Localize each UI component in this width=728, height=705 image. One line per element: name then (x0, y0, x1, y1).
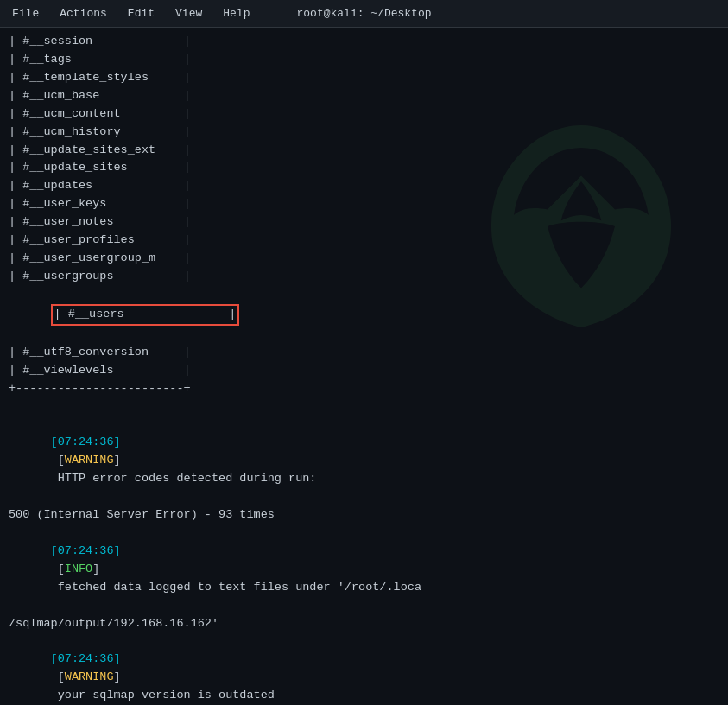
table-line: | #__tags | (9, 51, 719, 69)
table-line: | #__template_styles | (9, 69, 719, 87)
table-line: | #__session | (9, 33, 719, 51)
menu-edit[interactable]: Edit (124, 5, 158, 22)
table-footer: | #__utf8_conversion || #__viewlevels |+… (9, 344, 719, 398)
warning-line-2: [07:24:36] [WARNING] your sqlmap version… (9, 632, 719, 705)
table-line: | #__ucm_base | (9, 87, 719, 105)
window-title: root@kali: ~/Desktop (296, 7, 431, 20)
table-line: +------------------------+ (9, 380, 719, 398)
menu-help[interactable]: Help (219, 5, 253, 22)
title-bar: File Actions Edit View Help root@kali: ~… (0, 0, 728, 28)
table-line: | #__utf8_conversion | (9, 344, 719, 362)
terminal-window: File Actions Edit View Help root@kali: ~… (0, 0, 728, 705)
terminal-body[interactable]: | #__session || #__tags || #__template_s… (0, 28, 728, 705)
menu-file[interactable]: File (9, 5, 42, 22)
error-count-line: 500 (Internal Server Error) - 93 times (9, 506, 719, 524)
kali-logo-watermark (469, 114, 693, 339)
info-path-line: /sqlmap/output/192.168.16.162' (9, 615, 719, 633)
info-line: [07:24:36] [INFO] fetched data logged to… (9, 524, 719, 615)
menu-actions[interactable]: Actions (56, 5, 111, 22)
warning-line-1: [07:24:36] [WARNING] HTTP error codes de… (9, 416, 719, 506)
users-table-highlight: | #__users | (51, 304, 240, 326)
menu-view[interactable]: View (172, 5, 206, 22)
table-line: | #__viewlevels | (9, 362, 719, 380)
